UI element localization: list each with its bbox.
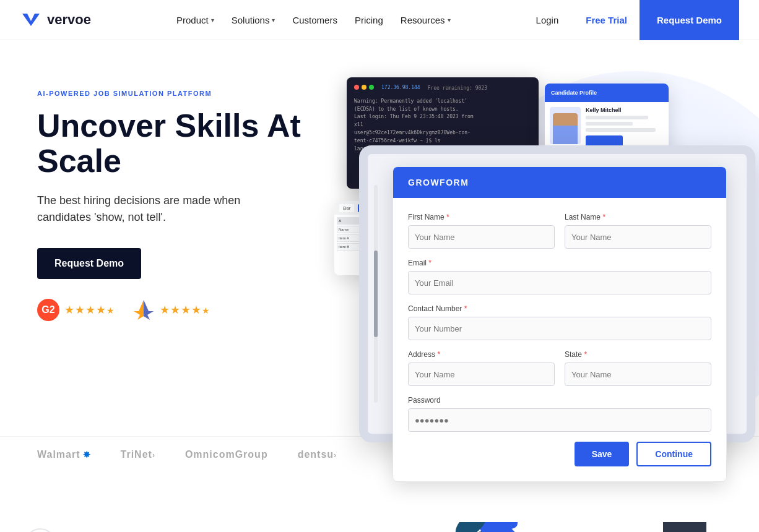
contact-input[interactable]: [408, 317, 711, 340]
google-badge: G: [25, 528, 56, 532]
password-input[interactable]: [408, 408, 711, 432]
last-name-required: *: [602, 213, 605, 221]
solutions-chevron-icon: ▾: [272, 17, 275, 24]
form-group-address: Address *: [408, 350, 555, 386]
capterra-stars: ★★★★★: [160, 303, 210, 317]
term-title-text: Free remaining: 9023: [428, 85, 487, 93]
logo-wordmark: vervoe: [47, 12, 91, 28]
form-group-first-name: First Name *: [408, 213, 555, 249]
term-max-dot: [369, 85, 374, 90]
resources-chevron-icon: ▾: [448, 17, 451, 24]
form-group-email: Email *: [408, 259, 711, 294]
person-illustration: [629, 522, 740, 532]
hero-right: 172.36.98.144 Free remaining: 9023 Warni…: [334, 77, 722, 510]
capterra-logo: [132, 299, 155, 321]
hero-request-demo-button[interactable]: Request Demo: [37, 248, 141, 279]
state-input[interactable]: [565, 363, 711, 386]
growform-modal: GROWFORM First Name *: [393, 166, 727, 482]
nav-links: Product ▾ Solutions ▾ Customers Pricing …: [176, 15, 451, 25]
email-label: Email *: [408, 259, 711, 267]
first-name-label: First Name *: [408, 213, 555, 221]
hero-left: AI-POWERED JOB SIMULATION PLATFORM Uncov…: [37, 77, 322, 510]
contact-label: Contact Number *: [408, 304, 711, 313]
nav-actions: Login Free Trial Request Demo: [536, 0, 739, 40]
form-row-password: Password: [408, 396, 711, 432]
profile-line-1: [586, 116, 648, 119]
g2-stars: ★★★★★: [64, 303, 115, 317]
vervoe-logo-icon: [20, 9, 42, 31]
plant-decoration: [431, 522, 542, 532]
address-required: *: [437, 350, 440, 359]
form-row-contact: Contact Number *: [408, 304, 711, 340]
terminal-content: Warning: Permanently added 'localhost' (…: [354, 98, 531, 153]
profile-avatar: [550, 107, 581, 144]
product-chevron-icon: ▾: [211, 17, 214, 24]
form-group-contact: Contact Number *: [408, 304, 711, 340]
last-name-label: Last Name *: [565, 213, 711, 221]
first-name-required: *: [446, 213, 449, 221]
navbar: vervoe Product ▾ Solutions ▾ Customers P…: [0, 0, 759, 40]
profile-header: Candidate Profile: [545, 84, 669, 102]
login-link[interactable]: Login: [536, 15, 559, 25]
state-label: State *: [565, 350, 711, 359]
tablet-scrollbar-thumb: [374, 251, 378, 338]
form-group-password: Password: [408, 396, 711, 432]
growform-body: First Name * Last Name *: [393, 198, 726, 481]
capterra-rating: ★★★★★: [132, 299, 210, 321]
profile-header-text: Candidate Profile: [551, 90, 597, 96]
form-actions: Save Continue: [408, 442, 711, 466]
tablet-frame: GROWFORM First Name *: [359, 145, 755, 442]
address-input[interactable]: [408, 363, 555, 386]
state-required: *: [584, 350, 587, 359]
form-group-last-name: Last Name *: [565, 213, 711, 249]
nav-product[interactable]: Product ▾: [176, 15, 214, 25]
form-group-state: State *: [565, 350, 711, 386]
term-min-dot: [362, 85, 366, 90]
term-url-text: 172.36.98.144: [381, 85, 420, 93]
profile-line-3: [586, 128, 656, 132]
hero-title: Uncover Skills At Scale: [37, 108, 322, 179]
profile-line-2: [586, 122, 633, 126]
g2-logo: G2: [37, 299, 59, 321]
save-button[interactable]: Save: [575, 442, 630, 466]
ratings-row: G2 ★★★★★ ★★★★★: [37, 299, 322, 321]
term-close-dot: [354, 85, 359, 90]
svg-marker-0: [22, 14, 40, 26]
password-label: Password: [408, 396, 711, 405]
first-name-input[interactable]: [408, 225, 555, 249]
profile-body: Kelly Mitchell: [545, 102, 669, 152]
form-row-address: Address * State *: [408, 350, 711, 386]
profile-name: Kelly Mitchell: [586, 107, 664, 113]
tablet-scrollbar[interactable]: [374, 185, 378, 403]
form-row-email: Email *: [408, 259, 711, 294]
growform-title: GROWFORM: [408, 178, 469, 187]
continue-button[interactable]: Continue: [636, 442, 711, 466]
growform-header: GROWFORM: [393, 167, 726, 198]
logo[interactable]: vervoe: [20, 9, 91, 31]
profile-info: Kelly Mitchell: [586, 107, 664, 147]
contact-required: *: [464, 304, 467, 313]
nav-solutions[interactable]: Solutions ▾: [232, 15, 275, 25]
nav-customers[interactable]: Customers: [292, 15, 337, 25]
hero-tag: AI-POWERED JOB SIMULATION PLATFORM: [37, 90, 322, 97]
svg-rect-22: [683, 522, 706, 532]
bottom-section: G Here's everything you: [0, 522, 759, 532]
hero-subtitle: The best hiring decisions are made when …: [37, 192, 272, 226]
person-svg: [629, 522, 740, 532]
address-label: Address *: [408, 350, 555, 359]
nav-pricing[interactable]: Pricing: [355, 15, 383, 25]
email-required: *: [428, 259, 432, 267]
nav-resources[interactable]: Resources ▾: [401, 15, 451, 25]
ss-tab-bar: Bar: [339, 204, 354, 212]
g2-rating: G2 ★★★★★: [37, 299, 115, 321]
free-trial-link[interactable]: Free Trial: [573, 15, 640, 25]
form-row-names: First Name * Last Name *: [408, 213, 711, 249]
plant-svg: [431, 522, 542, 532]
svg-marker-2: [144, 300, 154, 320]
hero-section: AI-POWERED JOB SIMULATION PLATFORM Uncov…: [0, 40, 759, 510]
request-demo-button[interactable]: Request Demo: [640, 0, 739, 40]
email-input[interactable]: [408, 271, 711, 294]
last-name-input[interactable]: [565, 225, 711, 249]
